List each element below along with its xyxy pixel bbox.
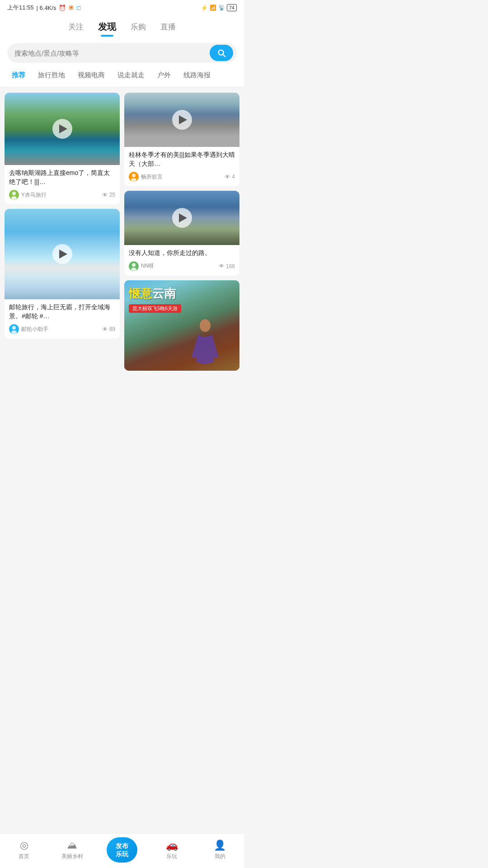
view-count-cruise: 89 (109, 326, 115, 332)
left-column: 去喀纳斯湖路上直接emo了，简直太绝了吧！|||… Y赤马旅行 (5, 93, 120, 371)
card-cruise[interactable]: 邮轮旅行，海上巨无霸，打开全域海景。#邮轮 #… 邮轮小助手 (5, 209, 120, 339)
svg-point-10 (132, 263, 136, 267)
card-mountain-title: 没有人知道，你所走过的路。 (129, 249, 235, 258)
avatar-cruise (9, 324, 19, 334)
right-column: 桂林冬季才有的美|||如果冬季遇到大晴天（大部… 畅所欲言 (124, 93, 239, 371)
card-cruise-views: 👁 89 (102, 326, 115, 333)
category-tabs: 推荐 旅行胜地 视频电商 说走就走 户外 线路海报 (0, 69, 244, 87)
search-button[interactable] (210, 45, 233, 61)
play-button-guilin[interactable] (172, 110, 192, 130)
card-mountain-body: 没有人知道，你所走过的路。 NN呀 👁 (124, 245, 239, 276)
status-mi: 米 (69, 5, 74, 11)
status-app: ◻ (76, 5, 81, 11)
play-triangle-icon-guilin (179, 115, 187, 124)
card-mountain-views: 👁 168 (219, 263, 235, 269)
play-button[interactable] (52, 119, 72, 139)
status-right: ⚡ 📶 📡 74 (201, 4, 237, 11)
author-name-cruise: 邮轮小助手 (21, 326, 48, 333)
card-cruise-meta: 邮轮小助手 👁 89 (9, 324, 115, 334)
card-mountain-image (124, 191, 239, 245)
tab-legou[interactable]: 乐购 (131, 22, 146, 34)
card-mountain-meta: NN呀 👁 168 (129, 261, 235, 271)
author-name-mountain: NN呀 (141, 262, 154, 270)
avatar-mountain (129, 261, 139, 271)
avatar-icon (9, 190, 19, 200)
play-triangle-icon (59, 124, 67, 133)
card-mountain-author: NN呀 (129, 261, 154, 271)
cat-video[interactable]: 视频电商 (71, 69, 111, 81)
card-cruise-author: 邮轮小助手 (9, 324, 48, 334)
cat-shuozo[interactable]: 说走就走 (111, 69, 151, 81)
cat-xianlu[interactable]: 线路海报 (177, 69, 217, 81)
card-kanas-meta: Y赤马旅行 👁 25 (9, 190, 115, 200)
svg-point-5 (11, 330, 17, 334)
view-count-guilin: 4 (232, 174, 235, 180)
card-cruise-body: 邮轮旅行，海上巨无霸，打开全域海景。#邮轮 #… 邮轮小助手 (5, 299, 120, 339)
eye-icon: 👁 (102, 192, 108, 198)
card-kanas-image (5, 93, 120, 165)
bottom-spacer (0, 376, 244, 412)
yunnan-girl-silhouette (187, 316, 223, 371)
yunnan-title: 惬意云南 (129, 286, 181, 302)
author-name-guilin: 畅所欲言 (141, 173, 163, 181)
cat-tuijian[interactable]: 推荐 (5, 69, 32, 81)
card-cruise-title: 邮轮旅行，海上巨无霸，打开全域海景。#邮轮 #… (9, 303, 115, 321)
svg-point-8 (131, 178, 136, 182)
cat-lvxing[interactable]: 旅行胜地 (32, 69, 71, 81)
avatar-icon-mountain (129, 261, 139, 271)
view-count-mountain: 168 (226, 263, 235, 269)
card-guilin-title: 桂林冬季才有的美|||如果冬季遇到大晴天（大部… (129, 151, 235, 168)
svg-point-2 (11, 196, 17, 200)
card-guilin-body: 桂林冬季才有的美|||如果冬季遇到大晴天（大部… 畅所欲言 (124, 147, 239, 186)
card-guilin-author: 畅所欲言 (129, 172, 163, 182)
card-kanas-views: 👁 25 (102, 192, 115, 198)
card-guilin-meta: 畅所欲言 👁 4 (129, 172, 235, 182)
svg-point-7 (132, 174, 136, 177)
svg-point-12 (200, 319, 211, 332)
bluetooth-icon: ⚡ (201, 5, 208, 11)
content-area: 去喀纳斯湖路上直接emo了，简直太绝了吧！|||… Y赤马旅行 (0, 87, 244, 376)
status-bar: 上午11:55 | 6.4K/s ⏰ 米 ◻ ⚡ 📶 📡 74 (0, 0, 244, 15)
play-triangle-icon-mountain (179, 213, 187, 222)
card-kanas-author: Y赤马旅行 (9, 190, 47, 200)
eye-icon-cruise: 👁 (102, 326, 108, 333)
yunnan-title-highlight: 惬意 (129, 287, 152, 300)
card-yunnan[interactable]: 惬意云南 昆大丽双飞5晚6天游 (124, 280, 239, 371)
card-guilin-image (124, 93, 239, 147)
svg-point-11 (131, 268, 136, 271)
yunnan-title-text: 云南 (152, 287, 176, 300)
status-time: 上午11:55 (7, 4, 34, 12)
card-kanas-body: 去喀纳斯湖路上直接emo了，简直太绝了吧！|||… Y赤马旅行 (5, 165, 120, 204)
search-icon (216, 48, 226, 58)
author-name-kanas: Y赤马旅行 (21, 191, 47, 199)
tab-faxian[interactable]: 发现 (98, 21, 116, 35)
card-kanas[interactable]: 去喀纳斯湖路上直接emo了，简直太绝了吧！|||… Y赤马旅行 (5, 93, 120, 204)
battery-icon: 74 (227, 4, 237, 11)
avatar-kanas (9, 190, 19, 200)
svg-point-4 (12, 326, 16, 330)
search-input[interactable] (14, 49, 210, 57)
nav-tabs: 关注 发现 乐购 直播 (0, 15, 244, 38)
play-triangle-icon-cruise (59, 250, 67, 259)
play-button-cruise[interactable] (52, 244, 72, 264)
status-alarm: ⏰ (59, 5, 66, 11)
svg-point-1 (12, 192, 16, 195)
signal-icon: 📶 (210, 5, 216, 11)
status-speed: | 6.4K/s (37, 5, 56, 11)
eye-icon-mountain: 👁 (219, 263, 225, 269)
cat-huwai[interactable]: 户外 (151, 69, 177, 81)
yunnan-badge: 昆大丽双飞5晚6天游 (129, 304, 181, 313)
play-button-mountain[interactable] (172, 208, 192, 228)
wifi-icon: 📡 (218, 5, 225, 11)
card-guilin-views: 👁 4 (225, 174, 235, 180)
tab-guanzhu[interactable]: 关注 (68, 22, 84, 34)
card-guilin[interactable]: 桂林冬季才有的美|||如果冬季遇到大晴天（大部… 畅所欲言 (124, 93, 239, 186)
yunnan-title-wrap: 惬意云南 昆大丽双飞5晚6天游 (129, 286, 181, 313)
tab-zhibo[interactable]: 直播 (160, 22, 176, 34)
card-kanas-title: 去喀纳斯湖路上直接emo了，简直太绝了吧！|||… (9, 169, 115, 186)
avatar-icon-guilin (129, 172, 139, 182)
avatar-guilin (129, 172, 139, 182)
card-yunnan-image: 惬意云南 昆大丽双飞5晚6天游 (124, 280, 239, 371)
card-mountain[interactable]: 没有人知道，你所走过的路。 NN呀 👁 (124, 191, 239, 276)
view-count-kanas: 25 (109, 192, 115, 198)
